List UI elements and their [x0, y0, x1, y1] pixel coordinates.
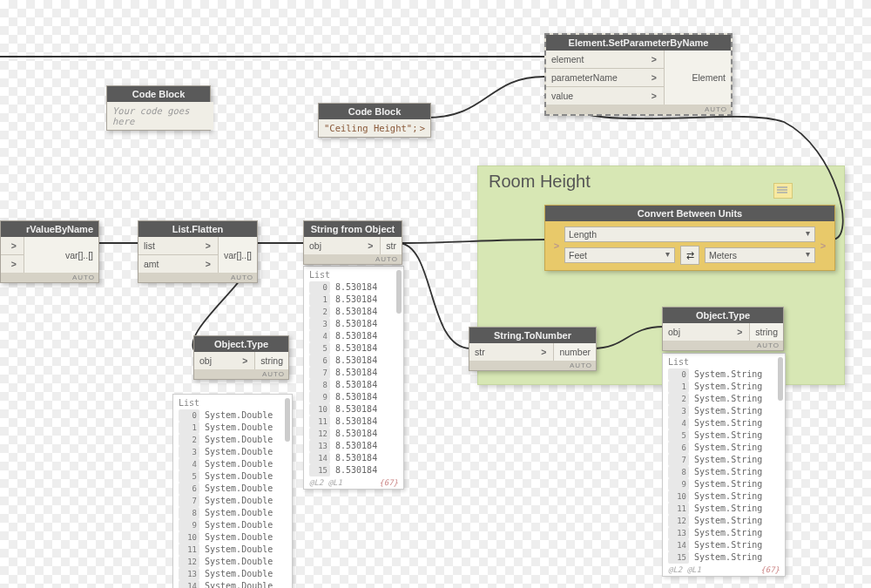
preview-line: 4System.String [663, 417, 785, 429]
preview-line: 6System.String [663, 442, 785, 454]
code-input[interactable]: "Ceiling Height"; > [319, 119, 430, 137]
input-port-parameter-name[interactable]: parameterName> [546, 68, 664, 86]
node-code-block-ceiling[interactable]: Code Block "Ceiling Height"; > [318, 103, 431, 138]
input-port-list[interactable]: list> [138, 237, 218, 254]
preview-line: 3System.Double [173, 446, 292, 458]
node-title: Code Block [107, 86, 210, 102]
preview-line: 15System.String [663, 551, 785, 564]
lacing-indicator: AUTO [194, 369, 288, 379]
preview-footer: @L2 @L1{67} [663, 564, 785, 574]
preview-line: 128.530184 [304, 428, 403, 440]
input-port-element[interactable]: element> [546, 51, 664, 68]
preview-line: 12System.String [663, 515, 785, 527]
input-port-amt[interactable]: amt> [138, 254, 218, 273]
preview-line: 7System.Double [173, 495, 292, 507]
output-port[interactable]: > [819, 240, 827, 251]
node-title: Object.Type [663, 308, 783, 323]
output-port[interactable]: > [420, 123, 425, 133]
preview-line: 118.530184 [304, 416, 403, 428]
preview-line: 88.530184 [304, 379, 403, 391]
node-object-type-2[interactable]: Object.Type obj> string AUTO [662, 307, 784, 351]
preview-line: 14System.Double [173, 580, 292, 588]
preview-line: 108.530184 [304, 403, 403, 416]
preview-line: 28.530184 [304, 306, 403, 318]
preview-line: 9System.Double [173, 519, 292, 531]
preview-header: List [173, 398, 292, 409]
preview-line: 5System.String [663, 429, 785, 442]
node-string-from-object[interactable]: String from Object obj> str AUTO [303, 220, 402, 265]
node-set-parameter-by-name[interactable]: Element.SetParameterByName element> para… [544, 33, 733, 116]
preview-line: 4System.Double [173, 458, 292, 470]
input-port[interactable]: > [1, 254, 24, 273]
preview-line: 1System.Double [173, 422, 292, 434]
input-port-value[interactable]: value> [546, 86, 664, 105]
lacing-indicator: AUTO [138, 273, 257, 282]
node-title: String.ToNumber [469, 328, 596, 343]
to-unit-select[interactable]: Meters [705, 247, 815, 263]
swap-units-button[interactable]: ⇄ [680, 246, 699, 265]
preview-line: 11System.Double [173, 544, 292, 556]
preview-line: 48.530184 [304, 330, 403, 342]
output-port-string[interactable]: string [254, 352, 288, 369]
preview-line: 7System.String [663, 454, 785, 466]
node-list-flatten[interactable]: List.Flatten list> amt> var[]..[] AUTO [138, 220, 258, 283]
quantity-select[interactable]: Length [564, 226, 815, 242]
output-port-element[interactable]: Element [664, 51, 731, 105]
preview-line: 2System.Double [173, 434, 292, 446]
node-code-block-empty[interactable]: Code Block Your code goes here [106, 85, 211, 131]
preview-line: 8System.Double [173, 507, 292, 519]
preview-line: 13System.Double [173, 568, 292, 580]
preview-line: 5System.Double [173, 470, 292, 483]
preview-line: 78.530184 [304, 367, 403, 379]
preview-line: 13System.String [663, 527, 785, 539]
preview-line: 158.530184 [304, 464, 403, 476]
input-port-str[interactable]: str> [469, 343, 553, 361]
node-title: Convert Between Units [545, 206, 834, 221]
node-string-to-number[interactable]: String.ToNumber str> number AUTO [469, 327, 597, 371]
input-port-obj[interactable]: obj> [194, 352, 254, 369]
preview-list-numbers[interactable]: List 08.53018418.53018428.53018438.53018… [303, 266, 404, 490]
preview-line: 0System.Double [173, 409, 292, 422]
input-port[interactable]: > [552, 240, 561, 251]
node-parameter-value-by-name[interactable]: rValueByName > > var[]..[] AUTO [0, 220, 99, 283]
preview-line: 10System.Double [173, 531, 292, 544]
node-title: String from Object [304, 221, 402, 237]
input-port-obj[interactable]: obj> [304, 237, 380, 254]
from-unit-select[interactable]: Feet [564, 247, 675, 263]
output-port-str[interactable]: str [380, 237, 402, 254]
preview-line: 14System.String [663, 539, 785, 551]
preview-line: 0System.String [663, 368, 785, 381]
preview-line: 38.530184 [304, 318, 403, 330]
preview-line: 08.530184 [304, 281, 403, 294]
output-port-number[interactable]: number [553, 343, 596, 361]
node-title: Code Block [319, 104, 430, 119]
node-convert-between-units[interactable]: Convert Between Units > Length Feet ⇄ Me… [544, 205, 835, 271]
input-port[interactable]: > [1, 237, 24, 254]
scrollbar[interactable] [396, 270, 402, 314]
output-port[interactable]: var[]..[] [24, 237, 98, 273]
preview-line: 9System.String [663, 478, 785, 490]
preview-line: 1System.String [663, 381, 785, 393]
input-port-obj[interactable]: obj> [663, 323, 749, 341]
preview-header: List [663, 357, 785, 368]
code-input[interactable]: Your code goes here [107, 102, 213, 130]
preview-list-double[interactable]: List 0System.Double1System.Double2System… [172, 394, 293, 588]
preview-footer: @L2 @L1{67} [304, 476, 403, 487]
preview-line: 148.530184 [304, 452, 403, 464]
node-title: rValueByName [1, 221, 98, 237]
lacing-indicator: AUTO [469, 361, 596, 370]
lacing-indicator: AUTO [546, 105, 731, 114]
node-title: List.Flatten [138, 221, 257, 237]
output-port-string[interactable]: string [749, 323, 783, 341]
scrollbar[interactable] [285, 398, 290, 442]
sticky-note-icon[interactable] [773, 183, 793, 199]
node-title: Element.SetParameterByName [546, 35, 731, 51]
preview-list-string[interactable]: List 0System.String1System.String2System… [662, 353, 786, 577]
output-port[interactable]: var[]..[] [218, 237, 257, 273]
node-object-type-1[interactable]: Object.Type obj> string AUTO [193, 335, 289, 380]
preview-line: 58.530184 [304, 342, 403, 355]
lacing-indicator: AUTO [663, 341, 783, 350]
preview-line: 11System.String [663, 503, 785, 515]
scrollbar[interactable] [778, 357, 783, 401]
preview-line: 12System.Double [173, 556, 292, 568]
